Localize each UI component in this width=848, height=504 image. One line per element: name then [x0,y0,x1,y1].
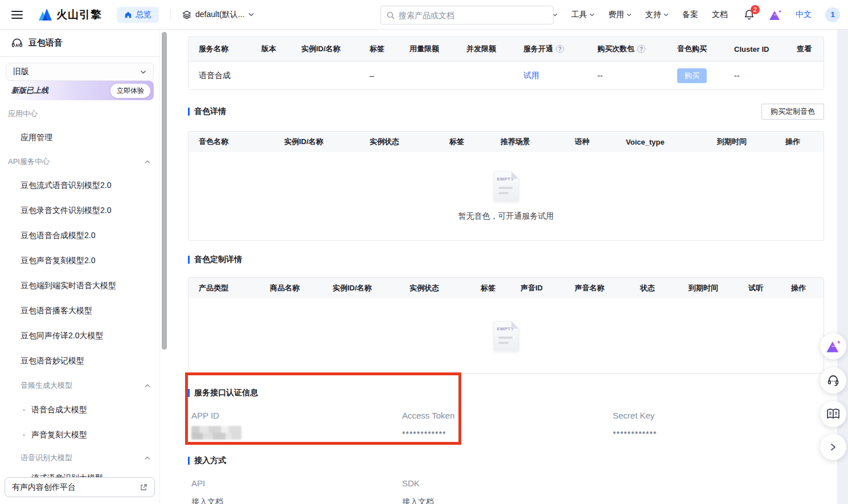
col-voice-type: Voice_type [616,132,707,152]
col-service-open-label: 服务开通 [523,44,553,54]
voice-detail-empty: EMPTY 暂无音色，可开通服务试用 [189,152,824,240]
page-scrollbar-track[interactable] [837,30,848,504]
service-table-row: 语音合成 – 试用 -- 购买 -- [189,61,824,89]
auth-title-label: 服务接口认证信息 [194,388,258,398]
cell-concurrency-quota [456,62,513,89]
menu-docs[interactable]: 文档 [712,10,728,20]
sidebar-item-tts-2[interactable]: 豆包语音合成模型2.0 [0,223,159,248]
secret-key-label: Secret Key [613,411,824,420]
volcengine-logo[interactable]: 火山引擎 [38,7,102,22]
hamburger-menu-icon[interactable] [11,11,23,19]
sidebar-item-tts-large-label: 语音合成大模型 [31,405,87,415]
col-instance-status: 实例状态 [359,132,439,152]
main-content: 服务名称 版本 实例ID/名称 标签 用量限额 并发限额 服务开通 ? 购买次数… [168,30,837,504]
notifications-button[interactable]: 2 [744,9,755,21]
access-token-value: ************ [402,429,613,439]
support-float-button[interactable] [820,367,846,394]
sidebar-item-file-asr-2[interactable]: 豆包录音文件识别模型2.0 [0,198,159,223]
voice-custom-title: 音色定制详情 [188,255,824,265]
empty-doc-icon: EMPTY [494,171,519,201]
col-voice-id: 声音ID [510,278,564,298]
voice-detail-table: 音色名称 实例ID/名称 实例状态 标签 推荐场景 语种 Voice_type … [188,131,824,241]
docs-float-button[interactable] [820,401,846,427]
empty-doc-icon: EMPTY [494,321,519,351]
sidebar-item-asr-stream-2[interactable]: 豆包流式语音识别模型2.0 [0,173,159,198]
col-actions: 操作 [781,278,824,298]
sidebar-item-tts-large[interactable]: 语音合成大模型 [0,398,159,423]
sidebar-scrollbar-thumb[interactable] [162,32,167,350]
col-purchase-package: 购买次数包 ? [587,37,667,61]
col-voice-name: 声音名称 [564,278,630,298]
search-icon [387,11,395,19]
bullet-dot [23,434,25,436]
global-search[interactable] [380,6,554,24]
col-expire-time: 到期时间 [678,278,738,298]
sidebar-item-simul-translate[interactable]: 豆包同声传译2.0大模型 [0,323,159,349]
audio-creation-platform-link[interactable]: 有声内容创作平台 [5,477,155,497]
try-now-button[interactable]: 立即体验 [110,84,150,98]
menu-support[interactable]: 支持 [645,10,669,20]
headset-ai-icon: AI [11,38,23,48]
section-bar [188,389,190,397]
version-select-value: 旧版 [13,67,29,77]
help-icon[interactable]: ? [637,45,645,53]
sdk-label: SDK [402,478,613,488]
cell-instance-id [291,62,359,89]
col-language: 语种 [564,132,616,152]
app-id-label: APP ID [191,411,402,420]
platform-link-label: 有声内容创作平台 [12,482,76,493]
ai-assistant-float-button[interactable] [820,333,846,359]
collapse-float-button[interactable] [820,434,846,460]
group-api-center-label: API服务中心 [8,157,50,167]
ai-assistant-icon[interactable] [768,9,782,21]
home-icon [124,11,132,19]
menu-tools[interactable]: 工具 [571,10,595,20]
sidebar-item-miaoji[interactable]: 豆包语音妙记模型 [0,349,159,374]
col-usage-quota: 用量限额 [399,37,456,61]
version-select[interactable]: 旧版 [6,63,154,81]
group-audio-gen[interactable]: 音频生成大模型 [0,374,159,398]
access-token-field: Access Token ************ [402,411,613,440]
sidebar-item-clone-large[interactable]: 声音复刻大模型 [0,423,159,448]
menu-support-label: 支持 [645,10,661,20]
group-asr-large[interactable]: 语音识别大模型 [0,448,159,468]
language-switcher[interactable]: 中文 [796,10,812,20]
project-selector[interactable]: default(默认... [182,10,254,20]
col-voice-buy: 音色购买 [667,37,724,61]
api-doc-link[interactable]: 接入文档 [191,497,402,504]
service-table-header: 服务名称 版本 实例ID/名称 标签 用量限额 并发限额 服务开通 ? 购买次数… [189,37,824,61]
notification-badge: 2 [751,5,760,14]
auth-section-title: 服务接口认证信息 [188,388,824,398]
sidebar-item-voice-clone-2[interactable]: 豆包声音复刻模型2.0 [0,248,159,273]
col-instance-id: 实例ID/名称 [274,132,359,152]
sidebar-item-e2e-realtime[interactable]: 豆包端到端实时语音大模型 [0,273,159,298]
menu-billing[interactable]: 费用 [608,10,632,20]
menu-billing-label: 费用 [608,10,624,20]
menu-icp[interactable]: 备案 [682,10,698,20]
col-tag: 标签 [470,278,510,298]
trial-link[interactable]: 试用 [523,71,539,81]
chevron-down-icon [626,13,632,17]
help-icon[interactable]: ? [556,45,564,53]
col-cluster-id: Cluster ID [724,37,786,61]
sidebar-item-app-manage[interactable]: 应用管理 [0,125,159,150]
col-instance-id: 实例ID/名称 [291,37,359,61]
section-bar [188,256,190,264]
sdk-doc-link[interactable]: 接入文档 [402,497,613,504]
group-api-center[interactable]: API服务中心 [0,150,159,173]
book-icon [826,408,841,420]
layers-icon [182,10,191,19]
buy-button[interactable]: 购买 [677,68,707,83]
voice-detail-header: 音色名称 实例ID/名称 实例状态 标签 推荐场景 语种 Voice_type … [189,132,824,152]
col-tag: 标签 [439,132,490,152]
overview-button[interactable]: 总览 [117,7,159,23]
buy-custom-voice-button[interactable]: 购买定制音色 [761,104,824,120]
cell-view [786,62,824,89]
ai-mountain-icon [825,339,841,354]
sidebar-item-podcast[interactable]: 豆包语音播客大模型 [0,298,159,323]
user-avatar[interactable]: 1 [825,7,840,22]
overview-label: 总览 [136,10,151,20]
access-fields: API 接入文档 SDK 接入文档 [188,478,824,504]
col-tag: 标签 [359,37,399,61]
search-input[interactable] [399,11,535,20]
